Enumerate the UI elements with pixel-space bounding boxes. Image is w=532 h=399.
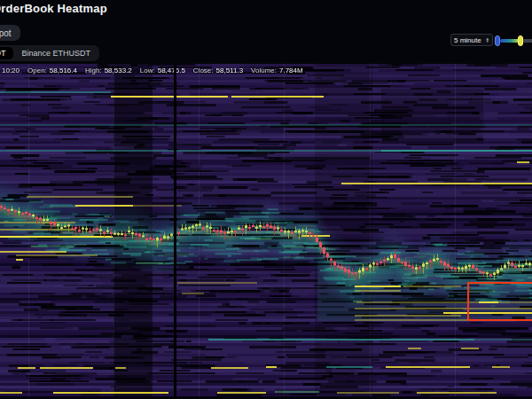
market-type-button[interactable]: Spot xyxy=(0,25,20,41)
tab-binance-ethusdt[interactable]: Binance ETHUSDT xyxy=(15,47,98,59)
heatmap-intensity-slider[interactable] xyxy=(495,35,532,47)
slider-inactive-track[interactable] xyxy=(522,39,532,43)
ohlc-low: Low:58,476.5 xyxy=(140,66,185,74)
drawing-rectangle-annotation[interactable] xyxy=(467,282,532,321)
crosshair-vertical-line xyxy=(174,64,176,399)
ohlc-volume: Volume:7.784M xyxy=(251,66,303,74)
ohlc-high: High:58,533.2 xyxy=(85,66,132,74)
app-window: OrderBook Heatmap Spot Binance BTCUSDT B… xyxy=(0,0,532,399)
timeframe-select[interactable]: 5 minute ▲▼ xyxy=(450,34,493,46)
orderbook-heatmap-canvas[interactable] xyxy=(0,64,532,399)
page-title: OrderBook Heatmap xyxy=(0,2,107,15)
select-chevrons-icon: ▲▼ xyxy=(486,37,489,43)
symbol-tabs: Binance BTCUSDT Binance ETHUSDT xyxy=(0,45,99,61)
slider-min-handle[interactable] xyxy=(495,35,500,46)
heatmap-chart[interactable]: 10:20 Open:58,516.4 High:58,533.2 Low:58… xyxy=(0,64,532,399)
slider-gradient-track[interactable] xyxy=(500,39,520,43)
slider-max-handle[interactable] xyxy=(518,35,523,46)
ohlc-open: Open:58,516.4 xyxy=(27,66,77,74)
candle-time: 10:20 xyxy=(2,66,20,74)
tab-binance-btcusdt[interactable]: Binance BTCUSDT xyxy=(0,47,13,59)
timeframe-value: 5 minute xyxy=(454,36,481,44)
ohlc-close: Close:58,511.3 xyxy=(193,66,243,74)
ohlc-info-bar: 10:20 Open:58,516.4 High:58,533.2 Low:58… xyxy=(2,66,303,74)
